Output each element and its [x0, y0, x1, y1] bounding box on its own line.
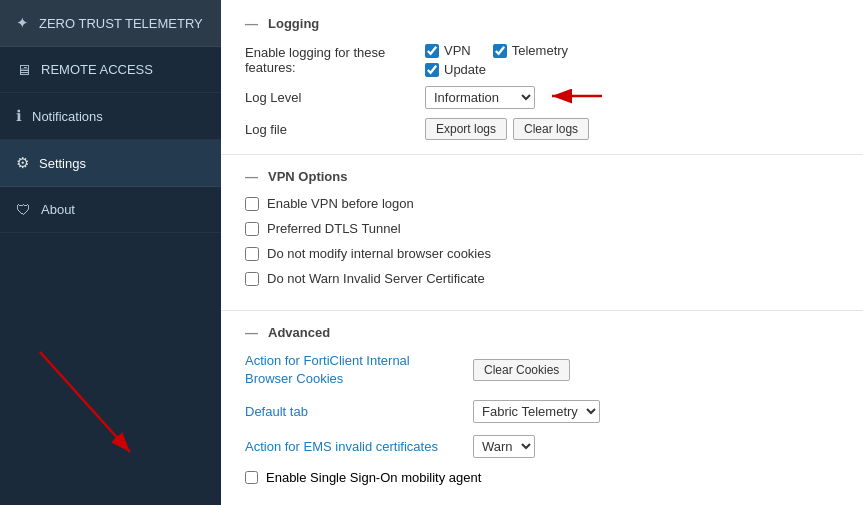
- preferred-dtls-item: Preferred DTLS Tunnel: [245, 221, 839, 236]
- default-tab-value: Fabric Telemetry Remote Access Notificat…: [473, 400, 600, 423]
- logging-title: Logging: [245, 16, 839, 31]
- ems-cert-row: Action for EMS invalid certificates Warn…: [245, 435, 839, 458]
- sidebar-item-settings[interactable]: ⚙ Settings: [0, 140, 221, 187]
- sidebar: ✦ ZERO TRUST TELEMETRY 🖥 REMOTE ACCESS ℹ…: [0, 0, 221, 505]
- vpn-label: VPN: [444, 43, 471, 58]
- telemetry-label: Telemetry: [512, 43, 568, 58]
- no-warn-cert-item: Do not Warn Invalid Server Certificate: [245, 271, 839, 286]
- enable-logging-row: Enable logging for these features: VPN T…: [245, 43, 839, 77]
- settings-icon: ⚙: [16, 154, 29, 172]
- logging-checkboxes-row1: VPN Telemetry: [425, 43, 568, 58]
- clear-cookies-label: Action for FortiClient InternalBrowser C…: [245, 352, 465, 388]
- about-icon: 🛡: [16, 201, 31, 218]
- zero-trust-icon: ✦: [16, 14, 29, 32]
- preferred-dtls-label: Preferred DTLS Tunnel: [267, 221, 401, 236]
- sidebar-item-label: ZERO TRUST TELEMETRY: [39, 16, 203, 31]
- no-modify-cookies-label: Do not modify internal browser cookies: [267, 246, 491, 261]
- log-file-label: Log file: [245, 122, 425, 137]
- vpn-options-title: VPN Options: [245, 169, 839, 184]
- sidebar-item-label: About: [41, 202, 75, 217]
- sidebar-item-zero-trust[interactable]: ✦ ZERO TRUST TELEMETRY: [0, 0, 221, 47]
- telemetry-checkbox[interactable]: [493, 44, 507, 58]
- notifications-icon: ℹ: [16, 107, 22, 125]
- advanced-title: Advanced: [245, 325, 839, 340]
- clear-cookies-value: Clear Cookies: [473, 359, 570, 381]
- main-content: Logging Enable logging for these feature…: [221, 0, 863, 505]
- sso-mobility-checkbox[interactable]: [245, 471, 258, 484]
- logging-checkboxes: VPN Telemetry Update: [425, 43, 568, 77]
- clear-cookies-row: Action for FortiClient InternalBrowser C…: [245, 352, 839, 388]
- update-checkbox[interactable]: [425, 63, 439, 77]
- remote-access-icon: 🖥: [16, 61, 31, 78]
- logging-checkboxes-row2: Update: [425, 62, 568, 77]
- sidebar-item-remote-access[interactable]: 🖥 REMOTE ACCESS: [0, 47, 221, 93]
- vpn-options-section: VPN Options Enable VPN before logon Pref…: [221, 155, 863, 311]
- update-label: Update: [444, 62, 486, 77]
- telemetry-checkbox-label[interactable]: Telemetry: [493, 43, 568, 58]
- sidebar-item-about[interactable]: 🛡 About: [0, 187, 221, 233]
- log-file-buttons: Export logs Clear logs: [425, 118, 589, 140]
- sso-mobility-label: Enable Single Sign-On mobility agent: [266, 470, 481, 485]
- clear-cookies-button[interactable]: Clear Cookies: [473, 359, 570, 381]
- no-warn-cert-label: Do not Warn Invalid Server Certificate: [267, 271, 485, 286]
- ems-cert-value: Warn Block Allow: [473, 435, 535, 458]
- vpn-checkbox[interactable]: [425, 44, 439, 58]
- export-logs-button[interactable]: Export logs: [425, 118, 507, 140]
- sso-mobility-row: Enable Single Sign-On mobility agent: [245, 470, 839, 485]
- default-tab-row: Default tab Fabric Telemetry Remote Acce…: [245, 400, 839, 423]
- no-modify-cookies-checkbox[interactable]: [245, 247, 259, 261]
- sidebar-item-notifications[interactable]: ℹ Notifications: [0, 93, 221, 140]
- default-tab-label: Default tab: [245, 404, 465, 419]
- no-warn-cert-checkbox[interactable]: [245, 272, 259, 286]
- preferred-dtls-checkbox[interactable]: [245, 222, 259, 236]
- ems-cert-select[interactable]: Warn Block Allow: [473, 435, 535, 458]
- log-level-select[interactable]: Information Debug Warning Error: [425, 86, 535, 109]
- ems-cert-label: Action for EMS invalid certificates: [245, 439, 465, 454]
- sidebar-item-label: Notifications: [32, 109, 103, 124]
- log-level-row: Log Level Information Debug Warning Erro…: [245, 85, 839, 110]
- sidebar-item-label: REMOTE ACCESS: [41, 62, 153, 77]
- no-modify-cookies-item: Do not modify internal browser cookies: [245, 246, 839, 261]
- sidebar-item-label: Settings: [39, 156, 86, 171]
- log-level-label: Log Level: [245, 90, 425, 105]
- enable-logging-label: Enable logging for these features:: [245, 43, 425, 75]
- advanced-section: Advanced Action for FortiClient Internal…: [221, 311, 863, 505]
- vpn-before-logon-checkbox[interactable]: [245, 197, 259, 211]
- clear-logs-button[interactable]: Clear logs: [513, 118, 589, 140]
- vpn-before-logon-label: Enable VPN before logon: [267, 196, 414, 211]
- vpn-checkbox-label[interactable]: VPN: [425, 43, 471, 58]
- logging-section: Logging Enable logging for these feature…: [221, 0, 863, 155]
- log-level-arrow: [547, 85, 607, 110]
- default-tab-select[interactable]: Fabric Telemetry Remote Access Notificat…: [473, 400, 600, 423]
- vpn-before-logon-item: Enable VPN before logon: [245, 196, 839, 211]
- update-checkbox-label[interactable]: Update: [425, 62, 486, 77]
- log-file-row: Log file Export logs Clear logs: [245, 118, 839, 140]
